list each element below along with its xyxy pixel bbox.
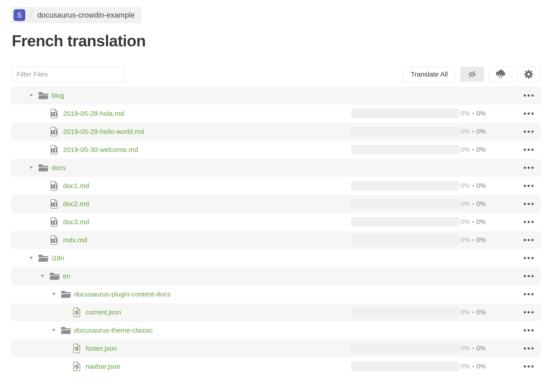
file-icon (73, 362, 80, 371)
row-menu-button[interactable] (524, 364, 534, 369)
row-menu-button[interactable] (524, 201, 534, 206)
item-name[interactable]: navbar.json (86, 363, 120, 370)
item-name[interactable]: mdx.md (63, 236, 87, 244)
markdown-badge-icon: M↓ (51, 203, 57, 206)
tree-row[interactable]: M↓ mdx.md 0% • 0% (12, 231, 540, 249)
row-menu-button[interactable] (524, 274, 534, 279)
item-name[interactable]: docusaurus-plugin-content-docs (74, 290, 171, 298)
eye-off-icon (467, 70, 477, 79)
json-web-icon (74, 311, 79, 315)
progress-bar (351, 109, 459, 118)
item-name[interactable]: doc3.md (63, 218, 89, 226)
row-menu-button[interactable] (524, 346, 534, 351)
approved-percent: 0% (476, 363, 486, 370)
folder-icon (61, 290, 71, 298)
tree-row[interactable]: docusaurus-theme-classic (12, 321, 540, 339)
tree-row[interactable]: en (12, 267, 540, 285)
project-avatar[interactable]: S (14, 9, 25, 21)
translate-all-button[interactable]: Translate All (403, 67, 456, 82)
caret-down-icon[interactable] (29, 166, 33, 169)
progress-percentages: 0% • 0% (460, 123, 486, 141)
item-name[interactable]: 2019-05-29-hello-world.md (63, 128, 144, 135)
tree-row[interactable]: M↓ 2019-05-28-hola.md 0% • 0% (12, 105, 540, 123)
progress-bar (351, 236, 459, 245)
caret-down-icon[interactable] (52, 293, 56, 295)
translated-percent: 0% (460, 200, 470, 208)
translated-percent: 0% (460, 110, 470, 117)
row-menu-button[interactable] (524, 147, 534, 152)
tree-row[interactable]: M↓ doc1.md 0% • 0% (12, 177, 540, 195)
progress-bar (351, 362, 459, 371)
translated-percent: 0% (460, 363, 470, 370)
sync-translations-button[interactable] (489, 67, 512, 82)
translated-percent: 0% (460, 182, 470, 189)
translated-percent: 0% (460, 236, 470, 244)
approved-percent: 0% (476, 128, 486, 135)
item-name[interactable]: doc2.md (63, 200, 89, 208)
tree-row[interactable]: M↓ doc2.md 0% • 0% (12, 195, 540, 213)
tree-row[interactable]: blog (12, 86, 540, 105)
project-files-page: S docusaurus-crowdin-example French tran… (0, 0, 549, 376)
filter-files-input[interactable] (12, 67, 124, 82)
file-icon: M↓ (51, 127, 58, 136)
caret-down-icon[interactable] (41, 275, 44, 277)
row-menu-button[interactable] (524, 328, 534, 333)
file-icon: M↓ (51, 235, 58, 245)
settings-button[interactable] (517, 67, 540, 82)
row-menu-button[interactable] (524, 165, 534, 170)
caret-down-icon[interactable] (29, 257, 33, 259)
translated-percent: 0% (460, 128, 470, 135)
item-name[interactable]: 2019-05-28-hola.md (63, 110, 124, 117)
folder-icon (38, 91, 48, 100)
percent-separator: • (472, 201, 474, 207)
row-menu-button[interactable] (524, 219, 534, 224)
tree-row[interactable]: M↓ 2019-05-30-welcome.md 0% • 0% (12, 141, 540, 159)
row-menu-button[interactable] (524, 129, 534, 134)
row-menu-button[interactable] (524, 93, 534, 98)
tree-row[interactable]: current.json 0% • 0% (12, 303, 540, 321)
progress-percentages: 0% • 0% (460, 231, 486, 249)
row-menu-button[interactable] (524, 238, 534, 243)
approved-percent: 0% (476, 236, 486, 244)
tree-row[interactable]: M↓ doc3.md 0% • 0% (12, 213, 540, 231)
json-web-icon (74, 347, 79, 351)
row-menu-button[interactable] (524, 256, 534, 261)
breadcrumb-project-name[interactable]: docusaurus-crowdin-example (37, 11, 135, 19)
item-name[interactable]: en (63, 272, 70, 280)
progress-percentages: 0% • 0% (460, 105, 486, 123)
file-icon: M↓ (51, 199, 58, 209)
caret-down-icon[interactable] (29, 94, 33, 97)
tree-row[interactable]: footer.json 0% • 0% (12, 339, 540, 357)
cloud-sync-icon (495, 69, 506, 79)
tree-row[interactable]: docusaurus-plugin-content-docs (12, 285, 540, 303)
percent-separator: • (472, 183, 474, 189)
item-name[interactable]: i18n (51, 254, 64, 262)
row-menu-button[interactable] (524, 310, 534, 315)
percent-separator: • (472, 309, 474, 315)
progress-percentages: 0% • 0% (460, 339, 486, 357)
hide-completed-button[interactable] (460, 67, 484, 82)
file-icon: M↓ (51, 109, 58, 118)
approved-percent: 0% (476, 182, 486, 189)
folder-icon (38, 164, 48, 172)
folder-icon (61, 326, 71, 334)
tree-row[interactable]: navbar.json 0% • 0% (12, 357, 540, 376)
translated-percent: 0% (460, 345, 470, 352)
progress-bar (351, 344, 459, 353)
tree-row[interactable]: docs (12, 159, 540, 177)
item-name[interactable]: 2019-05-30-welcome.md (63, 146, 138, 154)
item-name[interactable]: footer.json (86, 345, 117, 352)
progress-bar (351, 199, 459, 208)
row-menu-button[interactable] (524, 292, 534, 297)
item-name[interactable]: current.json (86, 308, 121, 316)
tree-row[interactable]: M↓ 2019-05-29-hello-world.md 0% • 0% (12, 123, 540, 141)
row-menu-button[interactable] (524, 183, 534, 188)
row-menu-button[interactable] (524, 111, 534, 116)
item-name[interactable]: blog (51, 92, 64, 99)
tree-row[interactable]: i18n (12, 249, 540, 267)
item-name[interactable]: doc1.md (63, 182, 89, 190)
item-name[interactable]: docusaurus-theme-classic (74, 327, 153, 334)
item-name[interactable]: docs (51, 164, 66, 172)
caret-down-icon[interactable] (52, 329, 56, 331)
approved-percent: 0% (476, 146, 486, 153)
